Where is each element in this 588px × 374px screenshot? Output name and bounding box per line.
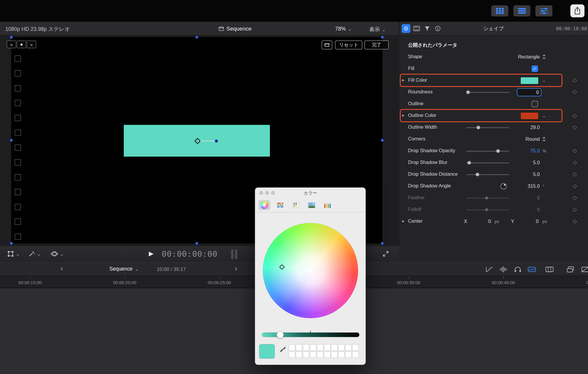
selection-handle[interactable]: [195, 242, 198, 245]
clip-appearance-button[interactable]: [528, 265, 536, 274]
swatch-cell[interactable]: [310, 351, 316, 358]
keyframe-button[interactable]: [573, 172, 577, 177]
swatch-cell[interactable]: [289, 344, 295, 351]
view-menu[interactable]: 表示 ⌄: [369, 26, 386, 33]
transform-overlay-button[interactable]: [322, 41, 332, 49]
overlay-checkbox[interactable]: [15, 219, 21, 225]
color-wheel[interactable]: [263, 223, 358, 318]
swatch-cell[interactable]: [317, 344, 323, 351]
edge-tool-button[interactable]: [581, 265, 588, 274]
selection-handle[interactable]: [381, 242, 384, 245]
roundness-slider[interactable]: [466, 86, 509, 98]
swatch-cell[interactable]: [324, 344, 330, 351]
swatch-cell[interactable]: [345, 344, 352, 351]
fill-checkbox[interactable]: ✓: [532, 66, 538, 72]
swatch-cell[interactable]: [317, 351, 323, 358]
param-value[interactable]: 5.0: [514, 160, 540, 165]
brightness-slider[interactable]: [262, 332, 360, 337]
color-palettes-tab[interactable]: [290, 200, 302, 210]
disclosure-triangle-icon[interactable]: ▶: [402, 219, 405, 223]
timeline-clip-menu[interactable]: Sequence ⌄: [109, 266, 138, 272]
disclosure-triangle-icon[interactable]: ▶: [402, 114, 405, 117]
outline-checkbox[interactable]: [532, 101, 538, 107]
overlay-checkbox[interactable]: [15, 174, 21, 180]
swatch-cell[interactable]: [352, 344, 359, 351]
expand-viewer-button[interactable]: [382, 250, 389, 259]
current-color-well[interactable]: [259, 344, 275, 359]
keyframe-button[interactable]: [573, 149, 577, 153]
popup-chevrons-icon[interactable]: [542, 54, 546, 60]
param-value[interactable]: 29.0: [514, 125, 540, 130]
overlay-checkbox[interactable]: [15, 130, 21, 136]
grid-view-button[interactable]: [491, 5, 508, 16]
transform-tool-menu[interactable]: ⌄: [7, 250, 20, 257]
selection-handle[interactable]: [381, 36, 384, 39]
chevron-down-icon[interactable]: ⌄: [542, 78, 546, 83]
reset-button[interactable]: リセット: [335, 41, 362, 49]
swatch-cell[interactable]: [296, 351, 302, 358]
keyframe-button[interactable]: [573, 125, 577, 130]
center-x-value[interactable]: 0: [470, 219, 491, 224]
swatch-cell[interactable]: [338, 344, 345, 351]
param-value[interactable]: 315.0: [514, 183, 540, 189]
overlay-checkbox[interactable]: [15, 70, 21, 76]
overlay-checkbox[interactable]: [15, 159, 21, 165]
audio-waveform-button[interactable]: [499, 265, 507, 274]
swatch-cell[interactable]: [289, 351, 295, 358]
drop-shadow-opacity-slider[interactable]: [466, 145, 509, 157]
overlay-checkbox[interactable]: [15, 56, 21, 62]
keyframe-button[interactable]: [573, 90, 577, 94]
done-button[interactable]: 完了: [365, 41, 389, 49]
angle-dial[interactable]: [500, 183, 507, 189]
swatch-cell[interactable]: [324, 351, 330, 358]
solo-button[interactable]: [514, 265, 522, 274]
swatch-cell[interactable]: [345, 351, 352, 358]
overlay-stack-button[interactable]: [566, 265, 574, 274]
overlay-checkbox[interactable]: [15, 145, 21, 151]
brightness-slider-thumb[interactable]: [277, 331, 284, 338]
swatch-cell[interactable]: [303, 351, 309, 358]
audio-meter[interactable]: [231, 249, 233, 259]
color-sliders-tab[interactable]: [274, 200, 286, 210]
outline-width-slider[interactable]: [466, 122, 509, 133]
swatch-cell[interactable]: [352, 351, 359, 358]
shape-popup[interactable]: Rectangle: [479, 54, 540, 60]
filmstrip-view-button[interactable]: [545, 265, 554, 274]
swatch-cell[interactable]: [303, 344, 309, 351]
audio-fade-button[interactable]: [485, 265, 493, 274]
swatch-cell[interactable]: [296, 344, 302, 351]
add-keyframe-button[interactable]: ◆: [17, 41, 26, 48]
param-value[interactable]: 5.0: [514, 172, 540, 177]
timeline-back-button[interactable]: ‹: [61, 264, 63, 273]
keyframe-button[interactable]: [573, 114, 577, 118]
share-button[interactable]: [570, 4, 584, 17]
param-value[interactable]: 75.0: [514, 148, 540, 154]
list-view-button[interactable]: [513, 5, 530, 16]
outline-color-swatch[interactable]: [520, 112, 539, 120]
overlay-checkbox[interactable]: [15, 100, 21, 106]
selection-handle[interactable]: [381, 139, 384, 142]
overlay-checkbox[interactable]: [15, 189, 21, 195]
overlay-checkbox[interactable]: [15, 234, 21, 240]
swatch-cell[interactable]: [338, 351, 345, 358]
drop-shadow-blur-slider[interactable]: [466, 157, 509, 169]
keyframe-button[interactable]: [573, 208, 577, 212]
overlay-checkbox[interactable]: [15, 85, 21, 91]
next-keyframe-button[interactable]: »: [27, 41, 36, 48]
center-y-value[interactable]: 0: [517, 219, 539, 224]
zoom-menu[interactable]: 78% ⌄: [335, 26, 352, 32]
selection-handle[interactable]: [195, 36, 198, 39]
play-button[interactable]: ▶: [149, 250, 153, 257]
eyedropper-button[interactable]: [279, 346, 286, 354]
color-wheel-tab[interactable]: [258, 200, 270, 210]
selection-handle[interactable]: [10, 36, 13, 39]
keyframe-button[interactable]: [573, 78, 577, 83]
keyframe-button[interactable]: [573, 184, 577, 188]
center-crosshair[interactable]: [194, 137, 201, 145]
color-wheel-crosshair[interactable]: [279, 264, 285, 270]
swatch-cell[interactable]: [310, 344, 316, 351]
swatch-cell[interactable]: [331, 351, 338, 358]
color-panel-window[interactable]: カラー: [255, 187, 366, 365]
previous-keyframe-button[interactable]: «: [7, 41, 16, 48]
overlay-checkbox[interactable]: [15, 204, 21, 210]
